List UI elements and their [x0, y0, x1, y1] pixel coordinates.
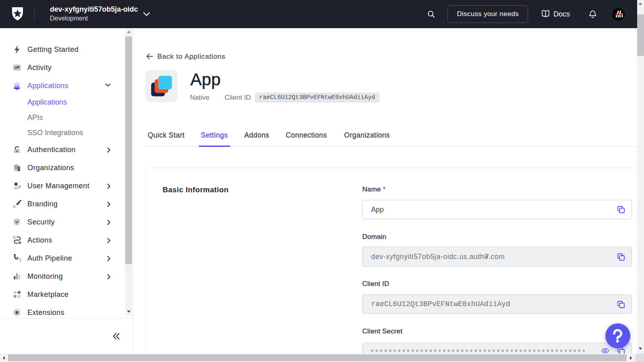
svg-text:a: a [619, 9, 623, 19]
